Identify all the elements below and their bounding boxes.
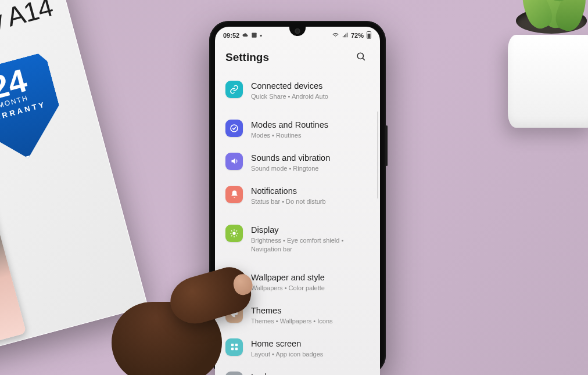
cloud-icon	[242, 32, 249, 39]
settings-item-sounds-and-vibration[interactable]: Sounds and vibrationSound mode • Rington…	[223, 146, 372, 179]
settings-item-subtitle: Themes • Wallpapers • Icons	[251, 317, 370, 326]
status-time: 09:52	[223, 32, 239, 39]
wifi-icon	[332, 32, 339, 39]
battery-text: 72%	[351, 32, 364, 39]
lock-icon	[225, 372, 243, 375]
svg-point-17	[232, 279, 234, 280]
settings-item-display[interactable]: DisplayBrightness • Eye comfort shield •…	[223, 218, 372, 260]
dot-icon: •	[260, 32, 262, 39]
plant-decoration	[492, 0, 588, 128]
svg-rect-0	[252, 33, 257, 37]
sound-icon	[225, 153, 243, 170]
settings-item-subtitle: Sound mode • Ringtone	[251, 164, 370, 173]
svg-rect-3	[368, 34, 371, 38]
svg-point-7	[232, 232, 235, 235]
link-icon	[225, 81, 243, 98]
svg-line-14	[231, 235, 232, 236]
svg-rect-21	[235, 348, 237, 350]
page-title: Settings	[225, 51, 269, 64]
settings-item-modes-and-routines[interactable]: Modes and RoutinesModes • Routines	[223, 113, 372, 146]
settings-item-title: Notifications	[251, 186, 370, 196]
svg-rect-2	[368, 31, 370, 31]
product-box: xy A14 24 MONTH WARRANTY FOR AFRICA	[0, 0, 148, 355]
settings-item-subtitle: Wallpapers • Color palette	[251, 284, 370, 293]
settings-item-title: Connected devices	[251, 81, 370, 91]
settings-item-title: Themes	[251, 305, 370, 316]
settings-item-subtitle: Status bar • Do not disturb	[251, 197, 370, 206]
settings-item-subtitle: Layout • App icon badges	[251, 350, 370, 359]
phone-frame: 09:52 • 72%	[209, 21, 386, 375]
settings-item-title: Display	[251, 225, 370, 235]
grid-icon	[225, 338, 243, 356]
settings-item-title: Modes and Routines	[251, 120, 370, 130]
svg-line-15	[236, 230, 237, 231]
check-icon	[225, 120, 243, 137]
settings-item-themes[interactable]: ThemesThemes • Wallpapers • Icons	[223, 299, 372, 332]
settings-item-wallpaper-and-style[interactable]: Wallpaper and styleWallpapers • Color pa…	[223, 266, 372, 299]
settings-item-notifications[interactable]: NotificationsStatus bar • Do not disturb	[223, 179, 372, 212]
settings-item-subtitle: Quick Share • Android Auto	[251, 92, 370, 101]
warranty-region: FOR AFRICA	[6, 150, 51, 171]
power-button-physical	[386, 125, 388, 166]
image-icon	[225, 272, 243, 290]
svg-line-13	[236, 235, 237, 236]
battery-icon	[366, 31, 372, 40]
signal-icon	[342, 32, 349, 39]
svg-rect-19	[235, 344, 237, 346]
settings-item-title: Sounds and vibration	[251, 153, 370, 163]
product-model-text: xy A14	[0, 0, 56, 41]
search-icon	[356, 51, 367, 64]
gallery-icon	[251, 32, 257, 39]
phone-screen[interactable]: 09:52 • 72%	[215, 27, 380, 375]
palette-icon	[225, 305, 243, 323]
svg-rect-18	[231, 344, 233, 346]
settings-item-lock-screen[interactable]: Lock screen	[223, 365, 372, 375]
settings-item-subtitle: Brightness • Eye comfort shield • Naviga…	[251, 236, 370, 254]
search-button[interactable]	[352, 49, 370, 66]
settings-item-title: Wallpaper and style	[251, 272, 370, 283]
warranty-badge: 24 MONTH WARRANTY FOR AFRICA	[0, 52, 70, 170]
settings-item-connected-devices[interactable]: Connected devicesQuick Share • Android A…	[223, 74, 372, 107]
product-render-strip	[0, 182, 26, 342]
sun-icon	[225, 225, 243, 242]
settings-item-title: Home screen	[251, 338, 370, 349]
svg-line-5	[363, 58, 365, 60]
svg-line-12	[231, 230, 232, 231]
settings-header: Settings	[215, 44, 380, 74]
svg-rect-20	[231, 348, 233, 350]
svg-point-4	[357, 53, 363, 59]
settings-list[interactable]: Connected devicesQuick Share • Android A…	[215, 74, 380, 375]
settings-item-subtitle: Modes • Routines	[251, 131, 370, 140]
bell-icon	[225, 186, 243, 203]
settings-item-home-screen[interactable]: Home screenLayout • App icon badges	[223, 332, 372, 365]
settings-item-title: Lock screen	[251, 372, 370, 375]
scroll-indicator	[377, 111, 378, 199]
